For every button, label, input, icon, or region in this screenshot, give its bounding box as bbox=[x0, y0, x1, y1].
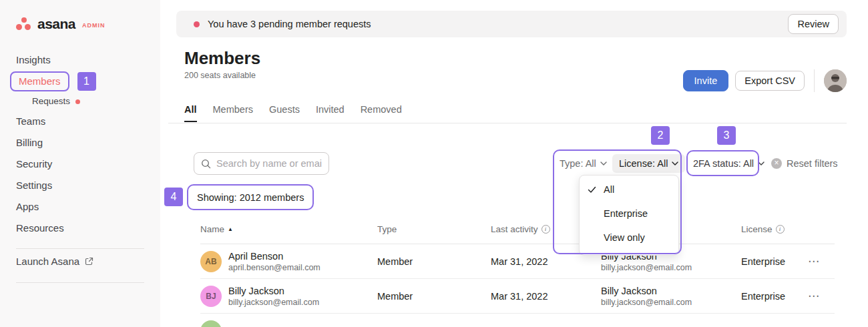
export-csv-button[interactable]: Export CSV bbox=[735, 71, 805, 91]
asana-logo-icon bbox=[16, 17, 32, 31]
admin-label: ADMIN bbox=[82, 22, 105, 29]
sidebar-active-row: Members1 bbox=[10, 71, 160, 92]
last-activity-cell: Mar 31, 2022 bbox=[491, 256, 601, 267]
sort-ascending-icon: ▲ bbox=[228, 226, 233, 232]
sidebar-divider bbox=[16, 282, 144, 283]
sidebar-item-billing[interactable]: Billing bbox=[0, 132, 160, 153]
annotation-badge-3: 3 bbox=[717, 126, 736, 145]
member-name: April Benson bbox=[228, 251, 320, 262]
column-header-type: Type bbox=[377, 224, 491, 234]
actions-cell: ⋯ bbox=[808, 254, 835, 268]
member-name: Billy Jackson bbox=[228, 286, 319, 296]
annotation-badge-1: 1 bbox=[77, 72, 96, 91]
member-email: billy.jackson@email.com bbox=[228, 298, 319, 307]
member-cell: BJBilly Jacksonbilly.jackson@email.com bbox=[200, 286, 377, 307]
info-icon: i bbox=[541, 225, 550, 234]
row-actions-button[interactable]: ⋯ bbox=[808, 289, 820, 303]
related-member-cell: Billy Jacksonbilly.jackson@email.com bbox=[601, 286, 741, 307]
reset-filters-label: Reset filters bbox=[787, 158, 838, 169]
tabs-divider bbox=[168, 123, 847, 123]
type-filter-label: Type: All bbox=[560, 158, 596, 169]
menu-item-enterprise[interactable]: Enterprise bbox=[580, 202, 678, 226]
license-filter-dropdown[interactable]: License: All bbox=[612, 154, 685, 173]
member-name-block: Billy Jacksonbilly.jackson@email.com bbox=[228, 286, 319, 307]
related-member-email: billy.jackson@email.com bbox=[601, 298, 741, 307]
check-icon bbox=[588, 178, 596, 202]
vertical-divider bbox=[814, 69, 815, 92]
annotation-badge-2: 2 bbox=[651, 126, 670, 145]
actions-cell: ⋯ bbox=[808, 324, 835, 327]
pending-requests-banner: You have 3 pending member requests Revie… bbox=[176, 11, 847, 37]
sidebar-item-resources[interactable]: Resources bbox=[0, 218, 160, 239]
asana-admin-console: asana ADMIN InsightsMembers1RequestsTeam… bbox=[0, 0, 868, 327]
menu-item-view-only[interactable]: View only bbox=[580, 226, 678, 250]
chevron-down-icon bbox=[758, 161, 765, 166]
banner-message: You have 3 pending member requests bbox=[208, 19, 371, 29]
clear-circle-icon: × bbox=[771, 158, 782, 169]
seats-available: 200 seats available bbox=[184, 71, 256, 80]
member-avatar: BJ bbox=[200, 286, 222, 307]
type-cell: Member bbox=[377, 291, 491, 302]
search-icon bbox=[201, 159, 211, 169]
showing-count-label: Showing: 2012 members bbox=[197, 192, 304, 203]
sidebar-item-teams[interactable]: Teams bbox=[0, 111, 160, 132]
brand-name: asana bbox=[37, 16, 75, 32]
column-header-name[interactable]: Name▲ bbox=[200, 224, 377, 234]
row-actions-button[interactable]: ⋯ bbox=[808, 254, 820, 268]
license-dropdown-menu: AllEnterpriseView only bbox=[579, 175, 679, 256]
license-cell: Enterprise bbox=[741, 256, 808, 267]
search-box bbox=[194, 152, 329, 175]
sidebar-item-insights[interactable]: Insights bbox=[0, 49, 160, 71]
sidebar-item-members[interactable]: Members bbox=[10, 71, 69, 91]
type-cell: Member bbox=[377, 256, 491, 267]
annotation-badge-4: 4 bbox=[164, 188, 183, 206]
type-filter-dropdown[interactable]: Type: All bbox=[560, 158, 607, 169]
member-avatar: EJ bbox=[200, 320, 222, 327]
notification-dot-icon bbox=[75, 99, 80, 104]
column-label: Last activity bbox=[491, 224, 538, 234]
header-actions: Invite Export CSV bbox=[683, 69, 847, 92]
last-activity-cell: Mar 31, 2022 bbox=[491, 291, 601, 302]
member-email: april.benson@email.com bbox=[228, 263, 320, 272]
tab-members[interactable]: Members bbox=[213, 104, 253, 122]
reset-filters-button[interactable]: × Reset filters bbox=[771, 158, 838, 169]
sidebar-item-settings[interactable]: Settings bbox=[0, 175, 160, 196]
review-button[interactable]: Review bbox=[788, 14, 839, 34]
table-row: ABApril Bensonapril.benson@email.comMemb… bbox=[200, 244, 835, 279]
sidebar-item-launch-asana[interactable]: Launch Asana bbox=[0, 249, 160, 273]
tab-guests[interactable]: Guests bbox=[269, 104, 300, 122]
twofa-filter-label: 2FA status: All bbox=[693, 158, 754, 169]
table-header-row: Name▲TypeLast activityiLicensei bbox=[200, 224, 835, 244]
tab-invited[interactable]: Invited bbox=[316, 104, 345, 122]
member-avatar: AB bbox=[200, 251, 222, 272]
column-label: License bbox=[741, 224, 773, 234]
member-name-block: April Bensonapril.benson@email.com bbox=[228, 251, 320, 272]
info-icon: i bbox=[776, 225, 785, 234]
member-cell: ABApril Bensonapril.benson@email.com bbox=[200, 251, 377, 272]
license-cell: Enterprise bbox=[741, 291, 808, 302]
sidebar-item-requests[interactable]: Requests bbox=[0, 92, 160, 111]
members-table: Name▲TypeLast activityiLicenseiABApril B… bbox=[200, 224, 835, 327]
sidebar-item-apps[interactable]: Apps bbox=[0, 196, 160, 218]
related-member-name: Billy Jackson bbox=[601, 286, 741, 296]
table-row: BJBilly Jacksonbilly.jackson@email.comMe… bbox=[200, 279, 835, 314]
tab-removed[interactable]: Removed bbox=[361, 104, 402, 122]
search-input[interactable] bbox=[216, 158, 322, 169]
license-filter-label: License: All bbox=[619, 158, 668, 169]
menu-item-all[interactable]: All bbox=[580, 178, 678, 202]
column-label: Type bbox=[377, 224, 397, 234]
asana-logo: asana ADMIN bbox=[0, 0, 160, 32]
user-avatar[interactable] bbox=[824, 69, 847, 92]
alert-dot-icon bbox=[194, 21, 200, 27]
invite-button[interactable]: Invite bbox=[683, 70, 729, 91]
related-member-email: billy.jackson@email.com bbox=[601, 263, 741, 272]
actions-cell: ⋯ bbox=[808, 289, 835, 303]
launch-asana-label: Launch Asana bbox=[16, 256, 79, 267]
main-content: You have 3 pending member requests Revie… bbox=[160, 0, 868, 327]
tab-all[interactable]: All bbox=[184, 104, 197, 122]
external-link-icon bbox=[85, 257, 93, 266]
row-actions-button[interactable]: ⋯ bbox=[808, 324, 820, 327]
table-row: EJEmily JonesMemberMar 31, 2022Billy Jac… bbox=[200, 314, 835, 327]
twofa-filter-dropdown[interactable]: 2FA status: All bbox=[693, 158, 765, 169]
sidebar-item-security[interactable]: Security bbox=[0, 153, 160, 175]
